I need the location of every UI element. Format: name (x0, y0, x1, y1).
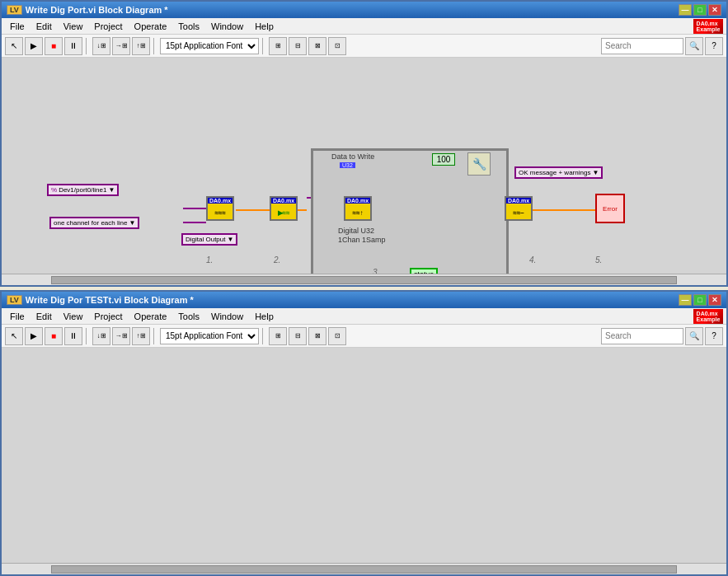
bottom-diagram-area: % Dev1/port0/line0 ▼ one channel for eac… (2, 348, 726, 563)
font-selector[interactable]: 15pt Application Font (160, 38, 259, 54)
top-scrollbar-thumb[interactable] (51, 276, 677, 284)
search-btn[interactable]: 🔍 (685, 37, 703, 55)
menu-file[interactable]: File (5, 21, 30, 32)
arrow-tool-btn[interactable]: ↖ (5, 37, 23, 55)
bottom-sep1 (86, 328, 89, 344)
output-arrow: ▼ (227, 236, 233, 243)
top-daq2-label: DA0.mx (271, 198, 296, 204)
bottom-close-button[interactable]: ✕ (708, 294, 721, 306)
top-num5: 5. (595, 255, 602, 265)
top-daq1-symbol: ≈≈≈ (214, 209, 225, 217)
dist-btn[interactable]: ⊟ (289, 37, 307, 55)
step-into-btn[interactable]: ↓⊞ (92, 37, 110, 55)
lv-icon: LV (7, 5, 22, 15)
abort-btn[interactable]: ■ (45, 37, 63, 55)
top-window-controls[interactable]: — □ ✕ (679, 4, 721, 16)
bottom-scrollbar-thumb[interactable] (51, 565, 677, 574)
top-daq4[interactable]: DA0.mx ≈≈~ (505, 196, 533, 221)
top-status-indicator: status (410, 268, 438, 274)
bottom-menu-edit[interactable]: Edit (31, 311, 57, 322)
align-btn[interactable]: ⊞ (269, 37, 287, 55)
top-daq1-label: DA0.mx (208, 198, 232, 204)
bottom-menu-help[interactable]: Help (250, 311, 279, 322)
menu-help[interactable]: Help (250, 21, 279, 32)
bottom-search-input[interactable] (601, 328, 683, 344)
top-u32-badge: U32 (340, 162, 355, 168)
top-daq3-box: DA0.mx ≈≈↑ (344, 196, 372, 221)
top-daq2[interactable]: DA0.mx ▶≈≈ (270, 196, 298, 221)
bottom-font-selector[interactable]: 15pt Application Font (160, 328, 259, 344)
top-output-control[interactable]: Digital Output ▼ (181, 233, 237, 246)
top-const-100[interactable]: 100 (432, 153, 455, 166)
top-channel-control[interactable]: % Dev1/port0/line1 ▼ (47, 184, 119, 196)
top-hscrollbar[interactable] (2, 274, 726, 285)
bottom-dist-btn[interactable]: ⊟ (289, 327, 307, 345)
step-over-btn[interactable]: →⊞ (112, 37, 130, 55)
help-btn[interactable]: ? (705, 37, 723, 55)
search-input[interactable] (601, 38, 683, 54)
run-btn[interactable]: ▶ (25, 37, 43, 55)
top-titlebar: LV Write Dig Port.vi Block Diagram * — □… (2, 2, 726, 18)
step-out-btn[interactable]: ↑⊞ (132, 37, 150, 55)
top-daq3[interactable]: DA0.mx ≈≈↑ (344, 196, 372, 221)
bottom-resize-btn[interactable]: ⊠ (308, 327, 326, 345)
bottom-minimize-button[interactable]: — (679, 294, 692, 306)
top-tool-icon[interactable]: 🔧 (467, 152, 491, 176)
pause-btn[interactable]: ⏸ (64, 37, 82, 55)
top-num1: 1. (206, 255, 213, 265)
top-output-value: Digital Output (186, 236, 225, 243)
sep1 (86, 38, 89, 54)
bottom-help-btn[interactable]: ? (705, 327, 723, 345)
top-toolbar: ↖ ▶ ■ ⏸ ↓⊞ →⊞ ↑⊞ 15pt Application Font ⊞… (2, 35, 726, 58)
bottom-menu-file[interactable]: File (5, 311, 30, 322)
bottom-title-left: LV Write Dig Por TESTt.vi Block Diagram … (7, 295, 194, 305)
bottom-align-btn[interactable]: ⊞ (269, 327, 287, 345)
bottom-menu-project[interactable]: Project (89, 311, 127, 322)
order-btn[interactable]: ⊡ (328, 37, 346, 55)
menu-edit[interactable]: Edit (31, 21, 57, 32)
bottom-window: LV Write Dig Por TESTt.vi Block Diagram … (0, 290, 728, 576)
sep3 (262, 38, 265, 54)
bottom-step-into-btn[interactable]: ↓⊞ (92, 327, 110, 345)
menu-operate[interactable]: Operate (129, 21, 172, 32)
bottom-step-over-btn[interactable]: →⊞ (112, 327, 130, 345)
corner-logo-text: DA0.mxExam­ple (697, 21, 721, 32)
bottom-menu-view[interactable]: View (59, 311, 88, 322)
minimize-button[interactable]: — (679, 4, 692, 16)
top-daq2-box: DA0.mx ▶≈≈ (270, 196, 298, 221)
top-daq3-symbol: ≈≈↑ (353, 209, 364, 217)
bottom-step-out-btn[interactable]: ↑⊞ (132, 327, 150, 345)
menu-tools[interactable]: Tools (173, 21, 204, 32)
top-error-text: Error (603, 205, 618, 213)
bottom-menu-tools[interactable]: Tools (173, 311, 204, 322)
bottom-order-btn[interactable]: ⊡ (328, 327, 346, 345)
bottom-sep3 (262, 328, 265, 344)
menu-window[interactable]: Window (206, 21, 248, 32)
bottom-run-btn[interactable]: ▶ (25, 327, 43, 345)
bottom-search-btn[interactable]: 🔍 (685, 327, 703, 345)
top-grouping-control[interactable]: one channel for each line ▼ (49, 217, 139, 229)
top-daq1[interactable]: DA0.mx ≈≈≈ (206, 196, 234, 221)
bottom-sep2 (153, 328, 157, 344)
menu-view[interactable]: View (59, 21, 88, 32)
bottom-arrow-btn[interactable]: ↖ (5, 327, 23, 345)
close-button[interactable]: ✕ (708, 4, 721, 16)
bottom-menu-operate[interactable]: Operate (129, 311, 172, 322)
top-digital-chan: 1Chan 1Samp (338, 236, 386, 244)
top-ok-value: OK message + warnings (519, 169, 590, 176)
menu-project[interactable]: Project (89, 21, 127, 32)
resize-btn[interactable]: ⊠ (308, 37, 326, 55)
bottom-menu-window[interactable]: Window (206, 311, 248, 322)
bottom-abort-btn[interactable]: ■ (45, 327, 63, 345)
ok-arrow: ▼ (592, 169, 599, 176)
bottom-pause-btn[interactable]: ⏸ (64, 327, 82, 345)
top-data-label: Data to Write (331, 152, 374, 161)
top-ok-control[interactable]: OK message + warnings ▼ (514, 166, 603, 179)
bottom-toolbar: ↖ ▶ ■ ⏸ ↓⊞ →⊞ ↑⊞ 15pt Application Font ⊞… (2, 325, 726, 348)
corner-logo-bottom: DA0.mxExam­ple (693, 309, 723, 324)
bottom-window-controls[interactable]: — □ ✕ (679, 294, 721, 306)
bottom-hscrollbar[interactable] (2, 563, 726, 574)
maximize-button[interactable]: □ (693, 4, 707, 16)
bottom-maximize-button[interactable]: □ (693, 294, 707, 306)
corner-logo-bottom-text: DA0.mxExam­ple (697, 311, 721, 322)
